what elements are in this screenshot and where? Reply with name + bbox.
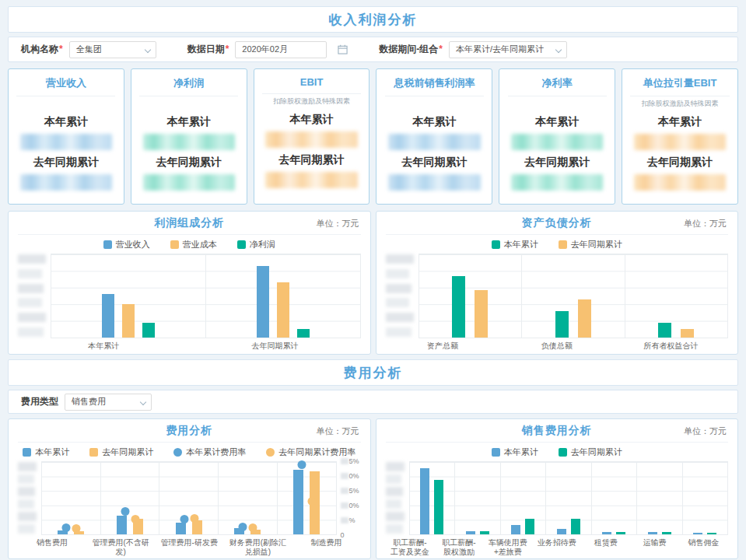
bar-本年累计[interactable] (293, 470, 303, 534)
bar-去年同期累计[interactable] (192, 520, 202, 534)
org-filter-label: 机构名称* (21, 43, 63, 56)
bar-本年累计[interactable] (557, 529, 566, 534)
y-axis-blurred-labels (386, 461, 409, 535)
date-input[interactable]: 2020年02月 (235, 41, 327, 58)
scatter-dot-本年累计费用率[interactable] (62, 523, 71, 532)
scatter-dot-去年同期累计费用率[interactable] (131, 515, 140, 523)
divider (630, 96, 729, 96)
legend-item[interactable]: 去年同期累计 (89, 446, 153, 458)
bar-去年同期累计[interactable] (707, 533, 716, 534)
legend-square-icon (559, 240, 567, 249)
x-axis-label: 业务招待费 (532, 538, 581, 558)
chart-grid (51, 254, 361, 338)
bar-营业收入[interactable] (257, 266, 269, 338)
legend-label: 本年累计 (504, 239, 538, 250)
x-axis-label: 负债总额 (499, 341, 614, 354)
y-axis-blurred-tick (386, 313, 414, 322)
legend-square-icon (170, 240, 179, 249)
x-axis: 职工薪酬-工资及奖金职工薪酬-股权激励车辆使用费+差旅费业务招待费租赁费运输费销… (386, 535, 729, 558)
bar-净利润[interactable] (142, 323, 155, 338)
bar-本年累计[interactable] (420, 468, 429, 534)
y-axis-blurred-tick (18, 474, 34, 484)
bar-净利润[interactable] (297, 329, 310, 338)
legend-item[interactable]: 本年累计 (492, 446, 538, 458)
bar-本年累计[interactable] (117, 516, 127, 534)
bar-去年同期累计[interactable] (525, 519, 534, 534)
org-select[interactable]: 全集团 (69, 41, 156, 58)
bar-本年累计[interactable] (658, 323, 671, 338)
scatter-dot-去年同期累计费用率[interactable] (308, 497, 317, 506)
bar-本年累计[interactable] (511, 525, 520, 534)
legend-item[interactable]: 净利润 (237, 239, 275, 250)
kpi-row: 营业收入本年累计去年同期累计净利润本年累计去年同期累计EBIT扣除股权激励及特殊… (8, 68, 738, 205)
kpi-title: 单位拉引量EBIT (643, 76, 717, 90)
chart-column (159, 462, 219, 534)
bar-营业成本[interactable] (122, 304, 135, 338)
legend-item[interactable]: 本年累计费用率 (173, 446, 246, 458)
unit-label: 单位：万元 (684, 217, 727, 229)
bar-营业成本[interactable] (277, 282, 289, 338)
legend-item[interactable]: 去年同期累计费用率 (266, 446, 355, 458)
legend-label: 去年同期累计 (571, 446, 622, 458)
bar-去年同期累计[interactable] (480, 531, 489, 534)
kpi-period-label-current: 本年累计 (412, 115, 456, 129)
unit-label: 单位：万元 (684, 425, 727, 436)
legend-item[interactable]: 营业收入 (103, 239, 150, 250)
legend-item[interactable]: 去年同期累计 (559, 239, 622, 250)
scatter-dot-本年累计费用率[interactable] (239, 523, 247, 531)
y-axis-blurred-tick (386, 512, 405, 521)
calendar-icon[interactable] (338, 44, 348, 54)
scatter-dot-去年同期累计费用率[interactable] (190, 514, 198, 523)
bar-本年累计[interactable] (693, 533, 702, 534)
scatter-dot-本年累计费用率[interactable] (298, 460, 306, 469)
bar-去年同期累计[interactable] (578, 299, 591, 338)
scatter-dot-去年同期累计费用率[interactable] (72, 524, 81, 533)
period-filter-label: 数据期间-组合* (379, 43, 443, 56)
bar-去年同期累计[interactable] (681, 329, 694, 338)
legend-item[interactable]: 去年同期累计 (559, 446, 622, 458)
bar-本年累计[interactable] (466, 531, 475, 534)
bar-去年同期累计[interactable] (475, 290, 488, 338)
bar-本年累计[interactable] (555, 311, 569, 338)
bar-去年同期累计[interactable] (662, 532, 671, 534)
kpi-period-label-current: 本年累计 (535, 115, 579, 129)
x-axis-label: 管理费用-研发费 (155, 538, 223, 558)
chart-column (219, 462, 278, 534)
chevron-down-icon (140, 398, 146, 404)
kpi-value-blurred (265, 131, 357, 148)
scatter-dot-本年累计费用率[interactable] (180, 515, 188, 523)
chart-header: 资产负债分析 单位：万元 (386, 212, 729, 235)
expense-type-select[interactable]: 销售费用 (65, 394, 152, 411)
period-filter-group: 数据期间-组合* 本年累计/去年同期累计 (379, 41, 567, 58)
scatter-dot-本年累计费用率[interactable] (121, 507, 130, 516)
bar-营业收入[interactable] (102, 294, 114, 338)
period-select-value: 本年累计/去年同期累计 (456, 44, 544, 55)
org-select-value: 全集团 (76, 44, 102, 55)
period-select[interactable]: 本年累计/去年同期累计 (449, 41, 567, 58)
blurred-digit (341, 473, 348, 479)
bar-去年同期累计[interactable] (571, 519, 580, 534)
kpi-title: 净利润 (173, 76, 204, 90)
chart-column (410, 462, 456, 534)
legend-square-icon (103, 240, 112, 249)
chart-legend: 营业收入营业成本净利润 (18, 235, 361, 254)
kpi-title: EBIT (300, 76, 324, 88)
scatter-dot-去年同期累计费用率[interactable] (249, 523, 257, 532)
bar-本年累计[interactable] (176, 523, 186, 534)
bar-去年同期累计[interactable] (616, 532, 625, 534)
charts-row-top: 利润组成分析 单位：万元 营业收入营业成本净利润 本年累计去年同期累计 资产负债… (8, 211, 738, 355)
bar-去年同期累计[interactable] (434, 480, 443, 534)
bar-本年累计[interactable] (452, 276, 465, 338)
chart-panel-expense-analysis: 费用分析 单位：万元 本年累计去年同期累计本年累计费用率去年同期累计费用率 5%… (8, 418, 371, 559)
chart-legend: 本年累计去年同期累计 (386, 443, 729, 461)
kpi-value-blurred (265, 172, 357, 188)
chart-column (42, 462, 101, 534)
plot-area (386, 254, 729, 338)
legend-item[interactable]: 本年累计 (23, 446, 69, 458)
bar-本年累计[interactable] (648, 532, 657, 534)
legend-item[interactable]: 营业成本 (170, 239, 217, 250)
bar-本年累计[interactable] (602, 532, 611, 534)
chart-legend: 本年累计去年同期累计 (386, 235, 729, 254)
legend-item[interactable]: 本年累计 (492, 239, 538, 250)
chart-column (592, 462, 638, 534)
